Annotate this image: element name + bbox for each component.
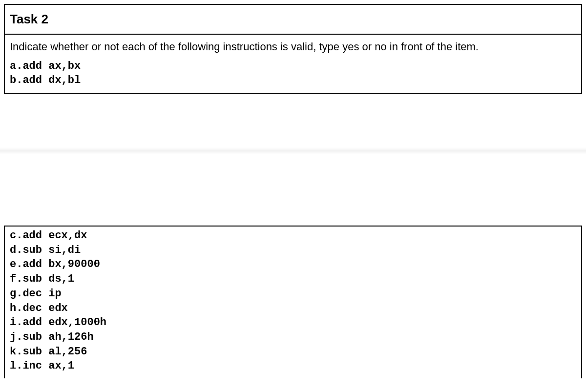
task-box-bottom: c.add ecx,dx d.sub si,di e.add bx,90000 … <box>4 226 582 378</box>
list-item: c.add ecx,dx <box>10 228 576 243</box>
list-item: l.inc ax,1 <box>10 359 576 373</box>
document-page: Task 2 Indicate whether or not each of t… <box>0 4 586 378</box>
section-gap <box>0 147 586 226</box>
task-prompt: Indicate whether or not each of the foll… <box>5 35 581 57</box>
code-list-bottom: c.add ecx,dx d.sub si,di e.add bx,90000 … <box>5 227 581 378</box>
list-item: f.sub ds,1 <box>10 272 576 287</box>
task-box-top: Task 2 Indicate whether or not each of t… <box>4 4 582 94</box>
list-item: g.dec ip <box>10 287 576 301</box>
list-item: k.sub al,256 <box>10 345 576 359</box>
list-item: h.dec edx <box>10 301 576 316</box>
code-list-top: a.add ax,bx b.add dx,bl <box>5 57 581 93</box>
list-item: d.sub si,di <box>10 243 576 258</box>
list-item: a.add ax,bx <box>10 59 576 74</box>
task-heading: Task 2 <box>5 5 581 35</box>
list-item: e.add bx,90000 <box>10 257 576 272</box>
list-item: j.sub ah,126h <box>10 330 576 345</box>
list-item: b.add dx,bl <box>10 73 576 88</box>
list-item: i.add edx,1000h <box>10 315 576 330</box>
